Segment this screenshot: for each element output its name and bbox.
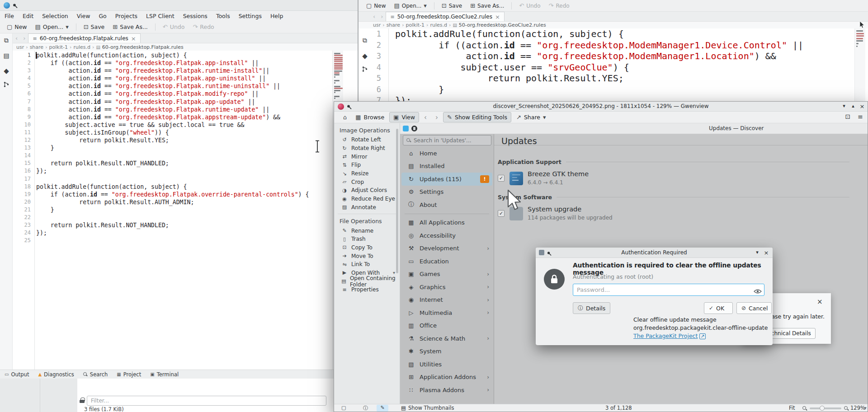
password-input[interactable] xyxy=(573,284,764,296)
image-operation-item[interactable]: ↺ Rotate Left xyxy=(334,136,400,144)
file-operation-item[interactable]: ⇋ Link To xyxy=(334,260,400,269)
menu-item[interactable]: Edit xyxy=(23,13,33,19)
menu-item[interactable]: Sessions xyxy=(183,13,208,19)
toolview-button[interactable]: ▭ Output xyxy=(5,371,29,378)
open-button[interactable]: ▤Open...▾ xyxy=(32,22,72,32)
show-password-eye-icon[interactable] xyxy=(754,287,762,296)
image-operation-item[interactable]: ↻ Rotate Right xyxy=(334,144,400,153)
breadcrumb-item[interactable]: polkit-1 xyxy=(49,44,72,50)
tab-close-icon[interactable]: × xyxy=(495,14,500,20)
tab-geoclue-rules[interactable]: ≡ 50-org.freedesktop.GeoClue2.rules × xyxy=(386,12,504,21)
ok-button[interactable]: ✓ OK xyxy=(704,302,733,314)
documents-icon[interactable]: ⧉ xyxy=(2,36,10,44)
dolphin-places-panel[interactable] xyxy=(0,379,77,412)
breadcrumb-file[interactable]: ▤60-org.freedesktop.Flatpak.rules xyxy=(96,44,183,50)
menu-item[interactable]: View xyxy=(77,13,90,19)
git-branch-icon[interactable] xyxy=(2,81,10,89)
undo-button[interactable]: ↶Undo xyxy=(516,1,543,10)
redo-button[interactable]: ↷Redo xyxy=(189,22,217,32)
image-operation-item[interactable]: ⇄ Mirror xyxy=(334,152,400,161)
tab-flatpak-rules[interactable]: ≡ 60-org.freedesktop.Flatpak.rules × xyxy=(28,33,140,43)
menu-item[interactable]: Tools xyxy=(216,13,230,19)
tab-back-icon[interactable]: ‹ xyxy=(13,35,20,42)
file-operation-item[interactable]: ➔ Move To xyxy=(334,252,400,260)
view-button[interactable]: ▣View xyxy=(389,112,419,122)
page-icon[interactable]: ▢ xyxy=(341,405,346,411)
toolview-button[interactable]: ▦ Project xyxy=(117,371,141,378)
save-as-button[interactable]: ⊞Save As... xyxy=(109,22,151,32)
menu-item[interactable]: Projects xyxy=(115,13,137,19)
save-button[interactable]: ⊡Save xyxy=(439,1,465,10)
previous-icon[interactable]: ‹ xyxy=(420,113,430,122)
new-button[interactable]: ▢New xyxy=(363,1,389,10)
image-operation-item[interactable]: ⇅ Flip xyxy=(334,161,400,169)
hamburger-menu-icon[interactable]: ≡ xyxy=(858,113,863,120)
zoom-out-icon[interactable] xyxy=(802,406,807,411)
save-button[interactable]: ⊡Save xyxy=(80,22,108,32)
breadcrumb-item[interactable]: polkit-1 xyxy=(406,22,429,28)
vendor-link[interactable]: The PackageKit Project xyxy=(633,332,698,339)
image-operation-item[interactable]: ◉ Reduce Red Eye xyxy=(334,195,400,203)
menu-item[interactable]: Go xyxy=(99,13,106,19)
documents-icon[interactable]: ⧉ xyxy=(361,36,369,44)
fullscreen-icon[interactable]: ⊡ xyxy=(845,113,851,120)
open-button[interactable]: ▤Open...▾ xyxy=(391,1,429,10)
maximize-icon[interactable]: ▴ xyxy=(849,103,857,109)
image-operation-item[interactable]: ↘ Resize xyxy=(334,169,400,178)
menu-item[interactable]: Help xyxy=(270,13,283,19)
git-branch-icon[interactable] xyxy=(361,66,369,74)
breadcrumb-item[interactable]: usr xyxy=(373,22,385,28)
image-operation-item[interactable]: ▨ Annotate xyxy=(334,203,400,212)
file-operation-item[interactable]: ▤ Open Containing Folder xyxy=(334,277,400,286)
share-button[interactable]: ↗Share▾ xyxy=(513,112,550,122)
next-icon[interactable]: › xyxy=(432,113,442,122)
gwenview-titlebar[interactable]: discover_Screenshot_20250626_204952.png … xyxy=(334,102,868,112)
toolview-button[interactable]: ▣ Terminal xyxy=(150,371,179,378)
tab-close-icon[interactable]: × xyxy=(131,35,136,42)
show-editing-tools-button[interactable]: ✎Show Editing Tools xyxy=(443,112,511,122)
zoom-dropdown-icon[interactable]: ▾ xyxy=(864,405,867,411)
tab-forward-icon[interactable]: › xyxy=(20,35,28,42)
breadcrumb-file[interactable]: ▤50-org.freedesktop.GeoClue2.rules xyxy=(453,22,546,28)
minimize-icon[interactable]: ▾ xyxy=(840,103,848,109)
close-icon[interactable]: × xyxy=(859,103,866,110)
edit-tools-icon[interactable]: ✎ xyxy=(377,405,388,412)
save-as-button[interactable]: ⊞Save As... xyxy=(467,1,507,10)
file-operation-item[interactable]: ⊡ Copy To xyxy=(334,243,400,252)
breadcrumb-item[interactable]: rules.d xyxy=(430,22,451,28)
menu-item[interactable]: LSP Client xyxy=(146,13,175,19)
file-operation-item[interactable]: ✎ Rename xyxy=(334,226,400,235)
show-thumbnails-button[interactable]: ▤ Show Thumbnails xyxy=(401,405,454,411)
info-icon[interactable]: ⓘ xyxy=(363,405,368,412)
browse-button[interactable]: ▦Browse xyxy=(352,112,388,122)
toolview-button[interactable]: ▲ Diagnostics xyxy=(38,371,74,378)
tab-forward-icon[interactable]: › xyxy=(378,13,386,20)
kate-diamond-icon[interactable]: ◆ xyxy=(2,67,10,75)
pin-icon[interactable] xyxy=(12,2,18,11)
kate-diamond-icon[interactable]: ◆ xyxy=(361,52,369,60)
new-button[interactable]: ▢New xyxy=(4,22,30,32)
breadcrumb-item[interactable]: usr xyxy=(16,44,28,50)
redo-button[interactable]: ↷Redo xyxy=(546,1,573,10)
breadcrumb-item[interactable]: share xyxy=(387,22,404,28)
filter-lock-icon[interactable] xyxy=(80,398,85,403)
zoom-slider-handle[interactable] xyxy=(820,406,825,411)
fit-button[interactable]: Fit xyxy=(789,405,795,411)
undo-button[interactable]: ↶Undo xyxy=(160,22,188,32)
filter-input[interactable] xyxy=(87,396,326,406)
menu-item[interactable]: Settings xyxy=(239,13,262,19)
zoom-level[interactable]: 129% xyxy=(850,405,865,411)
code-editor-flatpak[interactable]: 1234567891011121314151617181920212223242… xyxy=(13,51,358,370)
zoom-in-icon[interactable] xyxy=(844,406,849,411)
cancel-button[interactable]: ⊘ Cancel xyxy=(736,302,772,314)
image-view-discover-screenshot[interactable]: Updates — Discover Search in 'Updates'..… xyxy=(400,123,868,404)
filelist-icon[interactable]: ▤ xyxy=(2,52,10,60)
home-button[interactable]: ⌂ xyxy=(340,112,350,122)
breadcrumb-item[interactable]: share xyxy=(30,44,47,50)
tab-back-icon[interactable]: ‹ xyxy=(370,13,378,20)
image-operation-item[interactable]: ▱ Crop xyxy=(334,178,400,186)
menu-item[interactable]: Selection xyxy=(42,13,68,19)
breadcrumb-item[interactable]: rules.d xyxy=(73,44,94,50)
details-button[interactable]: ⓘ Details xyxy=(573,302,610,314)
file-operation-item[interactable]: ▯ Trash xyxy=(334,235,400,243)
